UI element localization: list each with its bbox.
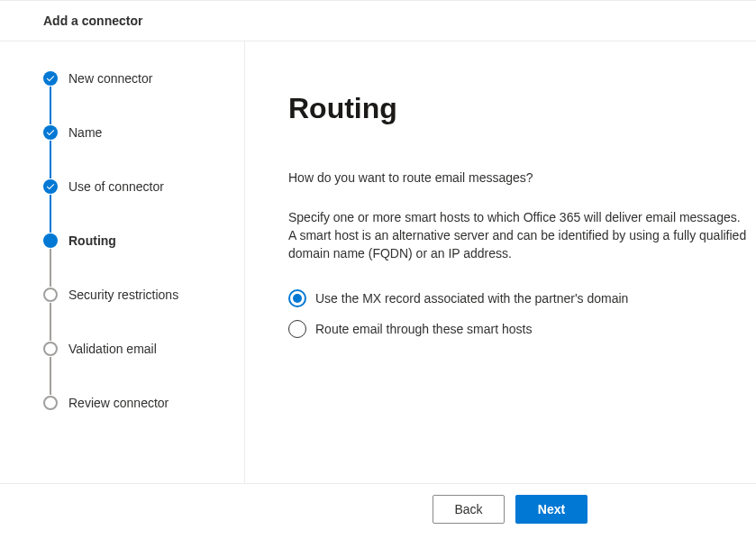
wizard-footer: Back Next — [0, 483, 756, 534]
step-label: Use of connector — [68, 178, 164, 195]
wizard-step-security-restrictions[interactable]: Security restrictions — [43, 287, 244, 303]
step-connector-line — [50, 87, 51, 124]
radio-button-icon — [288, 289, 306, 307]
wizard-step-routing[interactable]: Routing — [43, 233, 244, 249]
routing-radio-group: Use the MX record associated with the pa… — [288, 289, 747, 338]
back-button[interactable]: Back — [433, 495, 505, 524]
wizard-step-use-of-connector[interactable]: Use of connector — [43, 178, 244, 195]
step-connector-line — [50, 357, 51, 395]
checkmark-icon — [43, 71, 58, 86]
upcoming-step-icon — [43, 342, 58, 356]
current-step-icon — [43, 233, 58, 248]
step-connector-line — [50, 195, 51, 233]
step-connector-line — [50, 141, 51, 178]
lead-question: How do you want to route email messages? — [288, 170, 747, 185]
upcoming-step-icon — [43, 288, 58, 302]
wizard-step-review-connector[interactable]: Review connector — [43, 395, 244, 411]
upcoming-step-icon — [43, 396, 58, 410]
radio-button-icon — [288, 320, 306, 338]
wizard-step-name[interactable]: Name — [43, 124, 244, 141]
wizard-step-validation-email[interactable]: Validation email — [43, 341, 244, 357]
wizard-steps-sidebar: New connectorNameUse of connectorRouting… — [0, 41, 245, 483]
step-label: New connector — [68, 70, 152, 87]
step-label: Name — [68, 124, 102, 141]
wizard-main-panel: Routing How do you want to route email m… — [245, 41, 756, 483]
wizard-step-new-connector[interactable]: New connector — [43, 70, 244, 87]
step-label: Review connector — [68, 395, 169, 411]
checkmark-icon — [43, 179, 58, 194]
page-title: Routing — [288, 92, 747, 125]
checkmark-icon — [43, 125, 58, 140]
step-connector-line — [50, 303, 51, 341]
radio-label: Route email through these smart hosts — [315, 322, 532, 336]
step-label: Validation email — [68, 341, 157, 357]
next-button[interactable]: Next — [515, 495, 587, 524]
routing-option-0[interactable]: Use the MX record associated with the pa… — [288, 289, 747, 307]
radio-label: Use the MX record associated with the pa… — [315, 291, 628, 306]
wizard-title: Add a connector — [43, 14, 142, 28]
step-label: Routing — [68, 233, 116, 249]
wizard-header: Add a connector — [0, 1, 756, 41]
step-label: Security restrictions — [68, 287, 178, 303]
routing-option-1[interactable]: Route email through these smart hosts — [288, 320, 747, 338]
step-connector-line — [50, 249, 51, 287]
description-text: Specify one or more smart hosts to which… — [288, 208, 747, 262]
